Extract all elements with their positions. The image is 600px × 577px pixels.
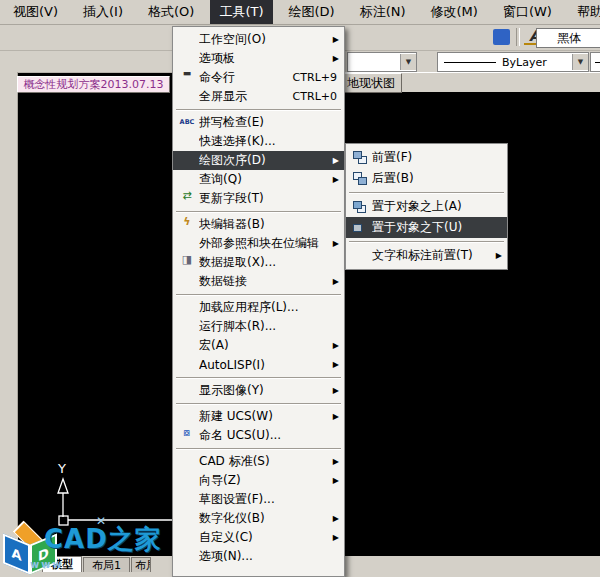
array-icon[interactable]: [1, 174, 17, 193]
menu-item-shortcut: ▶: [333, 35, 341, 44]
menu-item-clean-screen[interactable]: 全屏显示 CTRL+0: [173, 87, 344, 106]
copy-icon[interactable]: [76, 27, 98, 47]
menu-dimension[interactable]: 标注(N): [351, 0, 415, 24]
scale-icon[interactable]: [1, 231, 17, 250]
markup-set-icon[interactable]: [394, 27, 416, 47]
menu-item-icon: ϟ: [175, 215, 199, 234]
plot-style-combo[interactable]: ▼: [347, 52, 417, 72]
font-style-combo[interactable]: 黑体: [536, 28, 600, 48]
menu-item-icon: [175, 87, 199, 106]
lineweight-combo-partial[interactable]: [590, 52, 600, 72]
menu-format[interactable]: 格式(O): [139, 0, 203, 24]
mirror-icon[interactable]: [1, 136, 17, 155]
submenu-item-icon: [348, 147, 372, 168]
menu-item-icon: [175, 234, 199, 253]
menu-item-quick-select[interactable]: 快速选择(K)...: [173, 132, 344, 151]
submenu-item-send-under-objects[interactable]: 置于对象之下(U): [346, 217, 507, 238]
menu-item-wizards[interactable]: 向导(Z) ▶: [173, 471, 344, 490]
cut-icon[interactable]: [52, 27, 74, 47]
paste-icon[interactable]: [100, 27, 122, 47]
linetype-sample: [444, 62, 496, 63]
menu-modify[interactable]: 修改(M): [422, 0, 487, 24]
menu-item-block-editor[interactable]: ϟ 块编辑器(B): [173, 215, 344, 234]
submenu-item-icon: [348, 245, 372, 266]
menu-item-icon: [175, 407, 199, 426]
draw-order-submenu: 前置(F) 后置(B) 置于对象之上(A) 置于对象之下(U) 文字和标注前置(…: [345, 143, 508, 270]
menu-item-macro[interactable]: 宏(A) ▶: [173, 336, 344, 355]
menu-item-update-fields[interactable]: ⇄ 更新字段(T): [173, 189, 344, 208]
menu-item-palettes[interactable]: 选项板 ▶: [173, 49, 344, 68]
block-editor-lightning-icon[interactable]: [148, 27, 170, 47]
menu-item-run-script[interactable]: 运行脚本(R)...: [173, 317, 344, 336]
menu-item-icon: [175, 452, 199, 471]
stamp-icon[interactable]: [4, 27, 26, 47]
standard-toolbar-right-group: [345, 26, 514, 48]
help-icon[interactable]: [493, 29, 510, 45]
menu-item-command-line[interactable]: ▬ 命令行 CTRL+9: [173, 68, 344, 87]
menu-item-new-ucs[interactable]: 新建 UCS(W) ▶: [173, 407, 344, 426]
break-icon[interactable]: [1, 307, 17, 326]
quick-select-icon[interactable]: [346, 27, 368, 47]
menu-item-shortcut: ▶: [333, 175, 341, 184]
ucs-y-label: Y: [57, 461, 66, 476]
menu-item-load-application[interactable]: 加载应用程序(L)...: [173, 298, 344, 317]
menu-item-icon: ▬: [175, 68, 199, 87]
document-tab[interactable]: 地现状图: [340, 73, 402, 93]
menu-item-autolisp[interactable]: AutoLISP(I) ▶: [173, 355, 344, 374]
trim-icon[interactable]: [1, 269, 17, 288]
chamfer-icon[interactable]: [1, 326, 17, 345]
menu-item-xref-in-place-edit[interactable]: 外部参照和块在位编辑 ▶: [173, 234, 344, 253]
submenu-item-bring-to-front[interactable]: 前置(F): [346, 147, 507, 168]
move-icon[interactable]: [1, 193, 17, 212]
menu-item-options[interactable]: 选项(N)...: [173, 547, 344, 566]
rotate-icon[interactable]: [1, 212, 17, 231]
menu-item-drafting-settings[interactable]: 草图设置(F)...: [173, 490, 344, 509]
menu-separator: [176, 377, 341, 379]
menu-item-inquiry[interactable]: 查询(Q) ▶: [173, 170, 344, 189]
copy-object-icon[interactable]: [1, 117, 17, 136]
menu-separator: [176, 403, 341, 405]
extend-icon[interactable]: [1, 288, 17, 307]
menu-draw[interactable]: 绘图(D): [280, 0, 344, 24]
menu-item-icon: [175, 317, 199, 336]
dropdown-arrow-icon[interactable]: ▼: [400, 54, 416, 70]
menu-item-data-extraction[interactable]: ◨ 数据提取(X)...: [173, 253, 344, 272]
offset-icon[interactable]: [1, 155, 17, 174]
etransmit-icon[interactable]: [418, 27, 440, 47]
table-icon[interactable]: [370, 27, 392, 47]
match-properties-icon[interactable]: [124, 27, 146, 47]
fillet-icon[interactable]: [1, 345, 17, 364]
menu-item-display-image[interactable]: 显示图像(Y) ▶: [173, 381, 344, 400]
menu-item-icon: ABC: [175, 113, 199, 132]
menu-separator: [176, 448, 341, 450]
menu-item-workspaces[interactable]: 工作空间(O) ▶: [173, 30, 344, 49]
dropdown-arrow-icon[interactable]: ▼: [572, 54, 588, 70]
menu-window[interactable]: 窗口(W): [494, 0, 561, 24]
menu-item-shortcut: ▶: [333, 156, 341, 165]
menu-item-tablet[interactable]: 数字化仪(B) ▶: [173, 509, 344, 528]
submenu-item-text-dim-front[interactable]: 文字和标注前置(T) ▶: [346, 245, 507, 266]
publish-globe-icon[interactable]: [28, 27, 50, 47]
calculator-icon[interactable]: [466, 27, 488, 47]
menu-item-named-ucs[interactable]: ⧇ 命名 UCS(U)...: [173, 426, 344, 445]
stretch-icon[interactable]: [1, 250, 17, 269]
menu-item-cad-standards[interactable]: CAD 标准(S) ▶: [173, 452, 344, 471]
image-close-icon[interactable]: [442, 27, 464, 47]
explode-icon[interactable]: [1, 364, 17, 383]
menu-item-data-links[interactable]: 数据链接 ▶: [173, 272, 344, 291]
submenu-item-send-to-back[interactable]: 后置(B): [346, 168, 507, 189]
menu-help[interactable]: 帮助(H): [568, 0, 600, 24]
erase-icon[interactable]: [1, 98, 17, 117]
menu-item-icon: [175, 336, 199, 355]
menu-view[interactable]: 视图(V): [4, 0, 67, 24]
menu-item-customize[interactable]: 自定义(C) ▶: [173, 528, 344, 547]
menu-tools[interactable]: 工具(T): [210, 0, 272, 24]
autocad-window: 视图(V)插入(I)格式(O)工具(T)绘图(D)标注(N)修改(M)窗口(W)…: [0, 0, 600, 577]
submenu-item-bring-above-objects[interactable]: 置于对象之上(A): [346, 196, 507, 217]
drawing-window-title[interactable]: 概念性规划方案2013.07.13: [17, 76, 170, 93]
menu-item-spelling[interactable]: ABC 拼写检查(E): [173, 113, 344, 132]
menu-item-draw-order[interactable]: 绘图次序(D) ▶: [173, 151, 344, 170]
linetype-combo[interactable]: ByLayer ▼: [437, 52, 589, 72]
menu-insert[interactable]: 插入(I): [74, 0, 132, 24]
menu-separator: [349, 241, 504, 243]
